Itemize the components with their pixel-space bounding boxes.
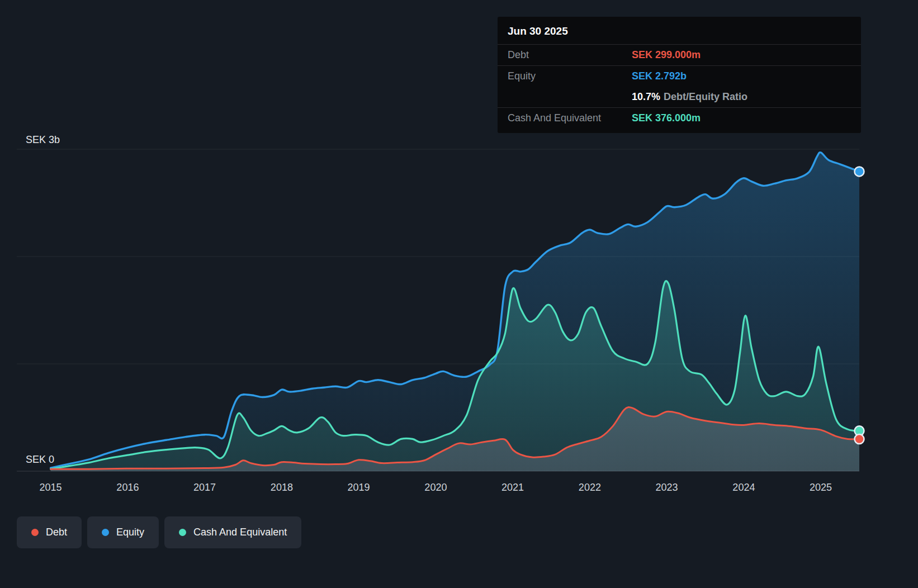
tooltip: Jun 30 2025 Debt SEK 299.000m Equity SEK…	[498, 17, 861, 133]
tooltip-row-cash: Cash And Equivalent SEK 376.000m	[498, 108, 861, 129]
debt-end-marker[interactable]	[855, 434, 864, 444]
tooltip-row-equity: Equity SEK 2.792b	[498, 66, 861, 87]
x-tick-label: 2022	[579, 482, 601, 494]
legend-item-debt[interactable]: Debt	[17, 516, 82, 548]
tooltip-equity-value: SEK 2.792b	[632, 70, 687, 82]
tooltip-ratio-value: 10.7%	[632, 91, 660, 102]
y-axis-label-top: SEK 3b	[26, 134, 60, 146]
legend-item-equity-label: Equity	[116, 527, 144, 538]
legend-item-cash[interactable]: Cash And Equivalent	[164, 516, 301, 548]
tooltip-debt-label: Debt	[508, 49, 632, 61]
tooltip-cash-value: SEK 376.000m	[632, 112, 701, 124]
tooltip-debt-value: SEK 299.000m	[632, 49, 701, 61]
y-axis-label-bottom: SEK 0	[26, 454, 54, 466]
tooltip-date: Jun 30 2025	[498, 17, 861, 45]
legend: Debt Equity Cash And Equivalent	[17, 516, 301, 548]
tooltip-row-ratio: 10.7%Debt/Equity Ratio	[498, 87, 861, 108]
x-tick-label: 2017	[193, 482, 216, 494]
x-tick-label: 2019	[348, 482, 370, 494]
cash-legend-dot-icon	[179, 529, 186, 536]
tooltip-equity-label: Equity	[508, 70, 632, 82]
x-tick-label: 2025	[810, 482, 832, 494]
x-tick-label: 2015	[40, 482, 62, 494]
x-tick-label: 2016	[116, 482, 139, 494]
x-tick-label: 2018	[271, 482, 293, 494]
tooltip-row-debt: Debt SEK 299.000m	[498, 45, 861, 66]
tooltip-cash-label: Cash And Equivalent	[508, 112, 632, 124]
tooltip-ratio-label: Debt/Equity Ratio	[664, 91, 747, 102]
x-tick-label: 2023	[656, 482, 678, 494]
x-tick-label: 2020	[424, 482, 447, 494]
legend-item-equity[interactable]: Equity	[87, 516, 159, 548]
debt-legend-dot-icon	[31, 529, 39, 536]
equity-legend-dot-icon	[102, 529, 109, 536]
x-tick-label: 2021	[501, 482, 524, 494]
legend-item-cash-label: Cash And Equivalent	[193, 527, 287, 538]
x-tick-label: 2024	[732, 482, 755, 494]
x-axis: 2015201620172018201920202021202220232024…	[0, 482, 918, 499]
equity-end-marker[interactable]	[855, 167, 864, 176]
legend-item-debt-label: Debt	[46, 527, 67, 538]
